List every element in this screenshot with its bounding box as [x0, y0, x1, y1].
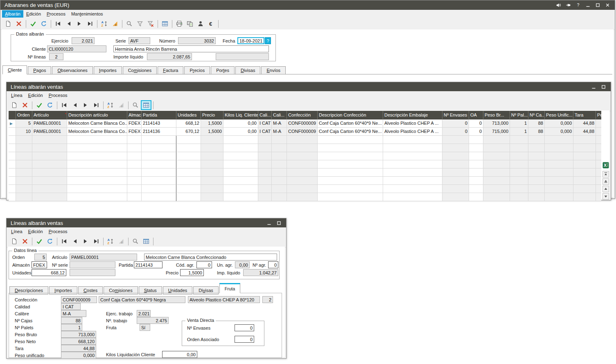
grid-cell[interactable] [573, 152, 596, 160]
grid-column-header[interactable]: Precio [201, 111, 223, 119]
grid-cell[interactable] [142, 136, 176, 144]
articulo-field[interactable]: PAMEL00001 [70, 254, 137, 261]
menu-edicion[interactable]: Edición [23, 10, 44, 18]
grid-cell[interactable]: FDEX [127, 128, 142, 136]
cliente-codigo-field[interactable]: CLI0000120 [47, 45, 106, 52]
grid-cell[interactable]: 1 [510, 119, 528, 128]
grid-cell[interactable] [258, 144, 272, 152]
tab-fruta[interactable]: Fruta [219, 283, 241, 293]
grid-cell[interactable] [67, 152, 127, 160]
grid-cell[interactable] [142, 177, 176, 185]
tab-observaciones[interactable]: Observaciones [52, 66, 93, 74]
detail-menu-procesos[interactable]: Procesos [46, 228, 70, 235]
grid-sort-button[interactable]: AZ [106, 101, 115, 110]
grid-cell[interactable] [142, 169, 176, 177]
grid-cell[interactable] [287, 152, 318, 160]
grid-titlebar[interactable]: Líneas albarán ventas [7, 82, 611, 91]
grid-cell[interactable] [545, 177, 573, 185]
grid-cell[interactable] [528, 177, 545, 185]
grid-menu-linea[interactable]: Línea [8, 92, 25, 99]
grid-cell[interactable]: 0 [442, 128, 469, 136]
tab-pagos[interactable]: Pagos [28, 66, 51, 74]
export-excel-button[interactable]: X [602, 162, 609, 169]
grid-cell[interactable] [201, 160, 223, 169]
delete-button[interactable] [14, 19, 24, 28]
num-palets-field[interactable]: 1 [61, 324, 82, 331]
row-selector[interactable] [9, 128, 16, 136]
grid-cell[interactable] [16, 160, 32, 169]
unidades-field[interactable]: 668,12 [32, 269, 66, 276]
grid-cell[interactable] [16, 185, 32, 193]
grid-cell[interactable] [176, 193, 201, 201]
detail-new-button[interactable] [9, 237, 19, 246]
grid-cell[interactable] [528, 185, 545, 193]
detail-titlebar[interactable]: Líneas albarán ventas [7, 218, 286, 227]
grid-first-record-button[interactable] [59, 101, 69, 110]
grid-cell[interactable] [67, 144, 127, 152]
grid-cell[interactable]: 0,000 [545, 128, 573, 136]
grid-cell[interactable] [483, 160, 510, 169]
detail-next-record-button[interactable] [81, 237, 90, 246]
grid-column-header[interactable]: Pe... [596, 111, 601, 119]
grid-cell[interactable] [258, 193, 272, 201]
grid-scrollbar[interactable]: X [602, 110, 609, 199]
grid-cell[interactable] [127, 185, 142, 193]
grid-cell[interactable] [596, 144, 601, 152]
grid-cell[interactable] [383, 169, 442, 177]
grid-cell[interactable] [318, 177, 383, 185]
fruta-field[interactable]: Sí [140, 324, 150, 331]
customer-button[interactable] [196, 19, 205, 28]
grid-cell[interactable] [596, 160, 601, 169]
grid-column-header[interactable]: Descripcion Confección [318, 111, 383, 119]
grid-search-button[interactable] [131, 101, 140, 110]
grid-cell[interactable] [272, 177, 287, 185]
grid-cell[interactable] [258, 169, 272, 177]
grid-view-button[interactable] [160, 19, 170, 28]
grid-cell[interactable] [318, 169, 383, 177]
search-button[interactable] [124, 19, 134, 28]
grid-cell[interactable]: Melocoton Carne Blanca Co... [67, 119, 127, 128]
grid-cell[interactable] [510, 152, 528, 160]
confeccion-field[interactable]: CONF000009 [61, 296, 97, 303]
grid-cell[interactable]: CONF000009 [287, 128, 318, 136]
menu-albaran[interactable]: Albarán [2, 10, 23, 18]
importe-liquido-field[interactable]: 2.087,65 [147, 53, 192, 60]
grid-cell[interactable]: 0,000 [545, 119, 573, 128]
detail-minimize-button[interactable] [264, 219, 274, 227]
detail-search-button[interactable] [131, 237, 140, 246]
grid-cell[interactable] [469, 136, 483, 144]
grid-cell[interactable]: I CAT [258, 128, 272, 136]
un-agr-field[interactable]: 0,00 [235, 261, 250, 268]
grid-cell[interactable] [528, 152, 545, 160]
grid-cell[interactable] [573, 144, 596, 152]
confeccion-desc-field[interactable]: Conf Caja Carton 60*40*9 Negra [99, 296, 185, 303]
embalaje-qty-field[interactable]: 2 [262, 296, 273, 303]
grid-cell[interactable] [287, 185, 318, 193]
grid-column-header[interactable]: Peso Unific... [545, 111, 573, 119]
grid-cell[interactable]: 0,00 [223, 119, 258, 128]
orden-asociado-field[interactable]: 0 [235, 336, 254, 343]
grid-cell[interactable] [142, 185, 176, 193]
grid-cell[interactable]: 1 [510, 128, 528, 136]
grid-cell[interactable] [442, 152, 469, 160]
confirm-button[interactable] [28, 19, 38, 28]
grid-cell[interactable] [127, 193, 142, 201]
calibre-field[interactable]: M-A [61, 310, 86, 317]
fecha-help-button[interactable]: ? [265, 37, 271, 44]
detail-last-record-button[interactable] [91, 237, 101, 246]
grid-cell[interactable] [67, 136, 127, 144]
grid-cell[interactable] [510, 193, 528, 201]
grid-column-header[interactable]: Descripción artículo [67, 111, 127, 119]
grid-column-header[interactable]: Confección [287, 111, 318, 119]
tab-envios[interactable]: Envíos [261, 66, 286, 74]
grid-cell[interactable] [483, 193, 510, 201]
grid-cell[interactable] [67, 193, 127, 201]
grid-cell[interactable] [176, 152, 201, 160]
grid-sort-alt-button[interactable]: z [116, 101, 126, 110]
grid-cell[interactable] [510, 160, 528, 169]
grid-column-header[interactable]: Nº Envases [442, 111, 469, 119]
grid-cell[interactable] [67, 177, 127, 185]
numero-field[interactable]: 3032 [178, 37, 216, 44]
cliente-nombre-field[interactable]: Herminia Anna Rincón Barrena [113, 45, 269, 52]
grid-cell[interactable]: CONF000009 [287, 119, 318, 128]
